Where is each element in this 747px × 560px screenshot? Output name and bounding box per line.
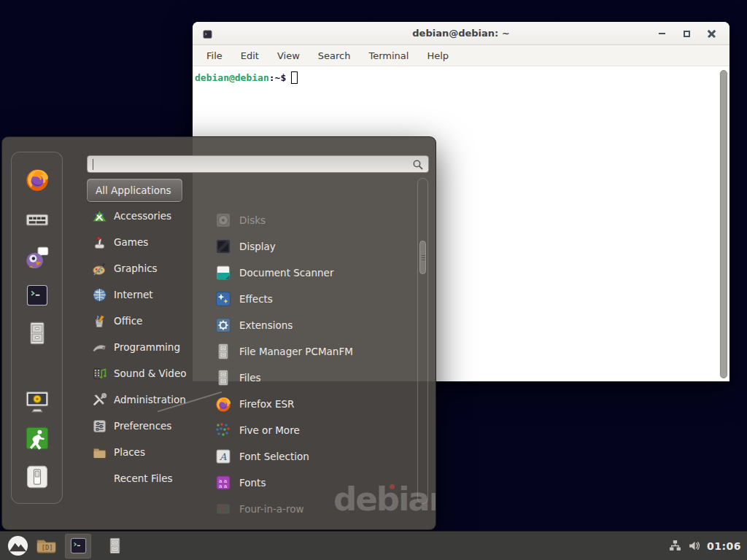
- favorite-file-manager[interactable]: [24, 320, 50, 346]
- terminal-cursor: [291, 71, 298, 84]
- gdebi-package-icon: [214, 526, 232, 530]
- category-label: Office: [114, 315, 142, 327]
- firefox-icon: [214, 395, 232, 413]
- internet-globe-icon: [92, 287, 107, 303]
- app-file-manager-pcmanfm[interactable]: File Manager PCManFM: [209, 340, 415, 363]
- prompt-path: :~$: [269, 72, 286, 83]
- svg-text:[D]: [D]: [41, 544, 53, 551]
- category-places[interactable]: Places: [87, 440, 198, 464]
- category-label: Internet: [114, 289, 153, 300]
- app-disks[interactable]: Disks: [209, 209, 415, 232]
- terminal-icon: [24, 282, 50, 308]
- taskbar-clock[interactable]: 01:06: [707, 540, 741, 552]
- menu-help[interactable]: Help: [427, 50, 449, 61]
- shutdown-icon: [24, 464, 50, 490]
- favorites-column: [11, 152, 63, 504]
- keyboard-icon: [24, 206, 50, 233]
- app-document-scanner[interactable]: Document Scanner: [209, 261, 415, 284]
- minimize-button[interactable]: [651, 22, 673, 45]
- recent-files-spacer: [92, 471, 107, 486]
- category-sound-video[interactable]: Sound & Video: [87, 362, 198, 385]
- category-accessories[interactable]: Accessories: [87, 204, 198, 228]
- app-label: Font Selection: [239, 451, 309, 462]
- taskbar-desktop-folder-button[interactable]: [D]: [31, 534, 61, 559]
- category-label: Recent Files: [114, 472, 173, 484]
- four-in-a-row-icon: [214, 500, 232, 518]
- favorite-pidgin[interactable]: [24, 245, 50, 271]
- apps-scrollbar[interactable]: [417, 178, 428, 504]
- taskbar-file-manager-button[interactable]: [101, 534, 128, 559]
- category-preferences[interactable]: Preferences: [87, 414, 198, 438]
- menu-search[interactable]: Search: [318, 50, 351, 61]
- category-all-applications[interactable]: All Applications: [87, 179, 182, 202]
- svg-text:a a: a a: [219, 483, 228, 489]
- category-label: Administration: [114, 394, 186, 405]
- category-administration[interactable]: Administration: [87, 388, 198, 411]
- network-icon[interactable]: [669, 540, 681, 552]
- app-five-or-more[interactable]: Five or More: [209, 419, 415, 442]
- category-games[interactable]: Games: [87, 230, 198, 254]
- app-display[interactable]: Display: [209, 235, 415, 258]
- menu-edit[interactable]: Edit: [241, 50, 259, 61]
- app-label: Five or More: [239, 424, 300, 436]
- terminal-titlebar[interactable]: debian@debian: ~: [193, 22, 729, 45]
- volume-icon[interactable]: [688, 540, 700, 552]
- prompt-user-host: debian@debian: [195, 72, 269, 83]
- terminal-scrollbar-thumb[interactable]: [720, 70, 727, 378]
- app-effects[interactable]: Effects: [209, 287, 415, 311]
- favorite-terminal[interactable]: [24, 282, 50, 308]
- sound-video-icon: [92, 366, 107, 381]
- category-label: Accessories: [114, 210, 171, 222]
- category-label: Programming: [114, 341, 180, 353]
- firefox-icon: [24, 166, 50, 192]
- app-label: File Manager PCManFM: [239, 346, 353, 357]
- search-icon: [412, 159, 424, 171]
- favorite-control-center[interactable]: [24, 206, 50, 233]
- favorite-lock-screen[interactable]: [24, 388, 50, 414]
- favorite-firefox[interactable]: [24, 166, 50, 192]
- favorite-logout[interactable]: [24, 425, 50, 451]
- app-label: Fonts: [239, 477, 266, 489]
- category-office[interactable]: Office: [87, 309, 198, 332]
- app-files[interactable]: Files: [209, 366, 415, 389]
- places-folder-icon: [92, 445, 107, 460]
- app-firefox-esr[interactable]: Firefox ESR: [209, 392, 415, 416]
- category-label: Sound & Video: [114, 368, 186, 379]
- app-label: Disks: [239, 214, 266, 226]
- menu-logo-icon: [7, 534, 29, 557]
- maximize-button[interactable]: [676, 22, 697, 45]
- category-internet[interactable]: Internet: [87, 283, 198, 306]
- search-input[interactable]: [93, 157, 409, 171]
- app-label: Effects: [239, 293, 273, 305]
- text-caret: [93, 159, 93, 170]
- menu-terminal[interactable]: Terminal: [368, 50, 409, 61]
- file-cabinet-icon: [214, 369, 232, 386]
- app-gdebi-package-installer[interactable]: GDebi Package Installer: [209, 524, 415, 530]
- menu-file[interactable]: File: [206, 50, 222, 61]
- administration-tools-icon: [92, 392, 107, 408]
- menu-view[interactable]: View: [277, 50, 300, 61]
- taskbar: [D] 01:06: [0, 531, 747, 560]
- minimize-icon: [659, 33, 665, 35]
- office-icon: [92, 314, 107, 329]
- apps-scrollbar-thumb[interactable]: [419, 241, 426, 274]
- app-label: GDebi Package Installer: [239, 529, 357, 530]
- app-extensions[interactable]: Extensions: [209, 314, 415, 337]
- scrollbar-grip: [422, 255, 425, 256]
- app-fonts[interactable]: a aa a Fonts: [209, 471, 415, 494]
- terminal-scrollbar[interactable]: [719, 70, 728, 378]
- category-graphics[interactable]: Graphics: [87, 257, 198, 280]
- app-label: Display: [239, 241, 276, 252]
- taskbar-terminal-button-active[interactable]: [65, 534, 91, 559]
- app-four-in-a-row[interactable]: Four-in-a-row: [209, 497, 415, 521]
- favorite-shutdown[interactable]: [24, 464, 50, 490]
- category-label: Preferences: [114, 420, 171, 432]
- category-recent-files[interactable]: Recent Files: [87, 467, 198, 490]
- taskbar-menu-button[interactable]: [4, 534, 31, 559]
- category-label: Graphics: [114, 262, 158, 274]
- app-font-selection[interactable]: A Font Selection: [209, 445, 415, 468]
- desktop: debian@debian: ~ File Edit View Search T…: [0, 0, 747, 560]
- category-programming[interactable]: Programming: [87, 335, 198, 359]
- close-button[interactable]: [700, 22, 722, 45]
- pidgin-icon: [24, 245, 50, 271]
